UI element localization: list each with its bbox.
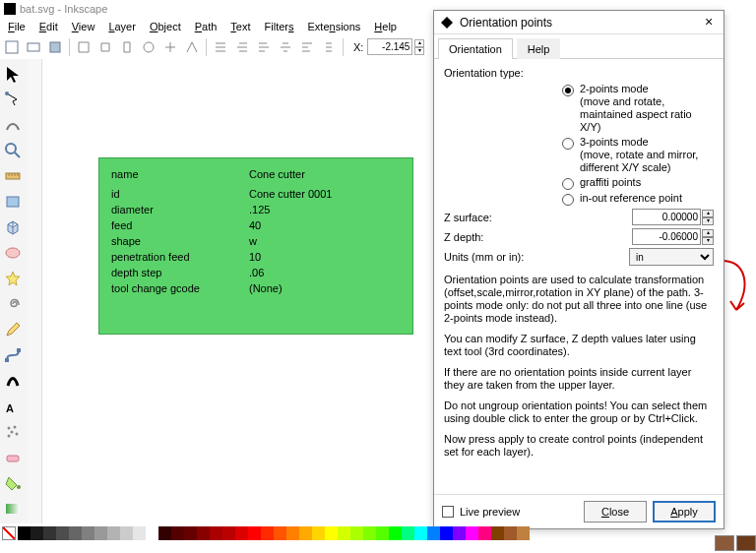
orientation-radio[interactable]: 3-points mode(move, rotate and mirror,di… [562, 136, 714, 174]
no-color-swatch[interactable] [2, 526, 16, 540]
color-swatch[interactable] [491, 526, 504, 540]
color-swatch[interactable] [210, 526, 222, 540]
color-swatch[interactable] [171, 526, 184, 540]
menu-help[interactable]: Help [368, 20, 403, 33]
toolbar-align[interactable] [297, 37, 317, 57]
color-swatch[interactable] [261, 526, 274, 540]
spray-tool-icon[interactable] [0, 419, 26, 445]
eraser-tool-icon[interactable] [0, 445, 26, 470]
spiral-tool-icon[interactable] [0, 291, 26, 317]
close-icon[interactable]: × [700, 14, 718, 31]
menu-view[interactable]: View [66, 20, 101, 33]
units-select[interactable]: in [629, 248, 714, 266]
toolbar-align[interactable] [319, 37, 339, 57]
apply-button[interactable]: Apply [653, 501, 716, 522]
tweak-tool-icon[interactable] [0, 112, 26, 138]
color-swatch[interactable] [248, 526, 261, 540]
z-depth-spinner[interactable]: ▴▾ [702, 229, 714, 245]
menu-path[interactable]: Path [189, 20, 223, 33]
color-swatch[interactable] [82, 526, 94, 540]
color-swatch[interactable] [43, 526, 56, 540]
toolbar-btn[interactable] [139, 37, 158, 57]
toolbar-btn[interactable] [24, 37, 43, 57]
toolbar-btn[interactable] [45, 37, 65, 57]
toolbar-btn[interactable] [95, 37, 115, 57]
menu-text[interactable]: Text [224, 20, 256, 33]
color-swatch[interactable] [517, 526, 530, 540]
tab-orientation[interactable]: Orientation [438, 38, 513, 59]
menu-file[interactable]: File [2, 20, 32, 33]
color-swatch[interactable] [466, 526, 478, 540]
color-swatch[interactable] [274, 526, 286, 540]
color-swatch[interactable] [184, 526, 197, 540]
z-depth-input[interactable] [632, 228, 701, 245]
color-swatch[interactable] [56, 526, 69, 540]
radio-icon[interactable] [562, 85, 574, 96]
zoom-tool-icon[interactable] [0, 138, 26, 163]
measure-tool-icon[interactable] [0, 163, 26, 189]
color-swatch[interactable] [107, 526, 120, 540]
radio-icon[interactable] [562, 194, 574, 206]
orientation-radio[interactable]: 2-points mode(move and rotate,maintained… [562, 83, 714, 134]
x-input[interactable] [367, 38, 412, 55]
node-tool-icon[interactable] [0, 87, 26, 112]
color-swatch[interactable] [286, 526, 299, 540]
calligraphy-tool-icon[interactable] [0, 368, 26, 394]
rect-tool-icon[interactable] [0, 189, 26, 215]
toolbar-btn[interactable] [160, 37, 180, 57]
radio-icon[interactable] [562, 178, 574, 190]
color-swatch[interactable] [133, 526, 146, 540]
selector-tool-icon[interactable] [0, 61, 26, 87]
menu-object[interactable]: Object [144, 20, 187, 33]
radio-icon[interactable] [562, 138, 574, 150]
color-swatch[interactable] [440, 526, 453, 540]
circle-tool-icon[interactable] [0, 240, 26, 266]
close-button[interactable]: Close [584, 501, 647, 522]
color-swatch[interactable] [427, 526, 440, 540]
menu-filters[interactable]: Filters [259, 20, 300, 33]
color-swatch[interactable] [197, 526, 210, 540]
menu-extensions[interactable]: Extensions [302, 20, 367, 33]
color-swatch[interactable] [222, 526, 235, 540]
color-swatch[interactable] [94, 526, 107, 540]
orientation-radio[interactable]: graffiti points [562, 176, 714, 190]
color-swatch[interactable] [146, 526, 158, 540]
toolbar-align[interactable] [276, 37, 295, 57]
text-tool-icon[interactable]: A [0, 394, 26, 419]
x-spinner[interactable]: ▴▾ [414, 39, 424, 55]
color-swatch[interactable] [120, 526, 133, 540]
color-swatch[interactable] [235, 526, 248, 540]
color-swatch[interactable] [31, 526, 43, 540]
color-swatch[interactable] [478, 526, 491, 540]
color-swatch[interactable] [453, 526, 466, 540]
live-preview-checkbox[interactable] [442, 506, 454, 518]
dialog-titlebar[interactable]: Orientation points × [434, 11, 724, 34]
bucket-tool-icon[interactable] [0, 470, 26, 496]
toolbar-align[interactable] [254, 37, 274, 57]
pencil-tool-icon[interactable] [0, 317, 26, 342]
color-swatch[interactable] [325, 526, 338, 540]
z-surface-spinner[interactable]: ▴▾ [702, 210, 714, 225]
gradient-tool-icon[interactable] [0, 496, 26, 522]
menu-edit[interactable]: Edit [33, 20, 64, 33]
tab-help[interactable]: Help [517, 38, 561, 59]
color-swatch[interactable] [158, 526, 171, 540]
color-swatch[interactable] [350, 526, 363, 540]
menu-layer[interactable]: Layer [102, 20, 142, 33]
box3d-tool-icon[interactable] [0, 215, 26, 240]
toolbar-btn[interactable] [74, 37, 94, 57]
orientation-radio[interactable]: in-out reference point [562, 192, 714, 206]
color-swatch[interactable] [69, 526, 82, 540]
color-swatch[interactable] [299, 526, 312, 540]
color-swatch[interactable] [376, 526, 389, 540]
color-swatch[interactable] [338, 526, 350, 540]
color-swatch[interactable] [402, 526, 414, 540]
bezier-tool-icon[interactable] [0, 342, 26, 368]
color-swatch[interactable] [414, 526, 427, 540]
toolbar-btn[interactable] [117, 37, 137, 57]
color-swatch[interactable] [389, 526, 402, 540]
color-swatch[interactable] [504, 526, 517, 540]
toolbar-btn[interactable] [2, 37, 22, 57]
toolbar-align[interactable] [232, 37, 252, 57]
toolbar-align[interactable] [211, 37, 230, 57]
